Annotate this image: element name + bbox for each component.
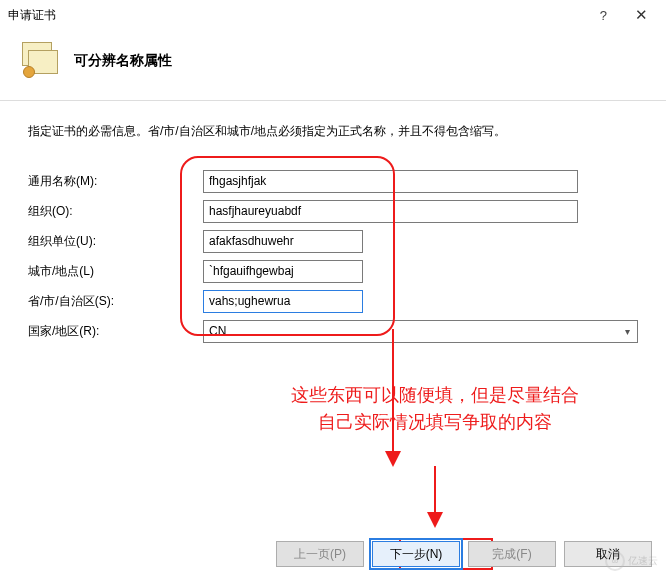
certificate-icon (18, 42, 60, 80)
row-state: 省/市/自治区(S): (28, 286, 638, 316)
label-state: 省/市/自治区(S): (28, 293, 203, 310)
annotation-arrow-to-button (385, 466, 495, 539)
svg-marker-3 (427, 512, 443, 528)
input-organization[interactable] (203, 200, 578, 223)
row-city: 城市/地点(L) (28, 256, 638, 286)
row-org-unit: 组织单位(U): (28, 226, 638, 256)
row-country: 国家/地区(R): ▾ (28, 316, 638, 346)
input-state[interactable] (203, 290, 363, 313)
svg-marker-1 (385, 451, 401, 467)
label-country: 国家/地区(R): (28, 323, 203, 340)
finish-button: 完成(F) (468, 541, 556, 567)
watermark-logo-icon: ∞ (605, 551, 625, 571)
watermark: ∞ 亿速云 (605, 551, 658, 571)
row-organization: 组织(O): (28, 196, 638, 226)
next-button[interactable]: 下一步(N) (372, 541, 460, 567)
page-title: 可分辨名称属性 (74, 52, 172, 70)
label-common-name: 通用名称(M): (28, 173, 203, 190)
titlebar: 申请证书 ? ✕ (0, 0, 666, 30)
label-organization: 组织(O): (28, 203, 203, 220)
instruction-text: 指定证书的必需信息。省/市/自治区和城市/地点必须指定为正式名称，并且不得包含缩… (28, 123, 638, 140)
window-title: 申请证书 (8, 7, 600, 24)
watermark-text: 亿速云 (628, 554, 658, 568)
content-area: 指定证书的必需信息。省/市/自治区和城市/地点必须指定为正式名称，并且不得包含缩… (0, 101, 666, 346)
help-icon[interactable]: ? (600, 8, 607, 23)
close-icon[interactable]: ✕ (635, 6, 648, 24)
label-org-unit: 组织单位(U): (28, 233, 203, 250)
row-common-name: 通用名称(M): (28, 166, 638, 196)
input-common-name[interactable] (203, 170, 578, 193)
button-row: 上一页(P) 下一步(N) 完成(F) 取消 (276, 541, 652, 567)
select-country[interactable] (203, 320, 638, 343)
prev-button: 上一页(P) (276, 541, 364, 567)
annotation-text: 这些东西可以随便填，但是尽量结合自己实际情况填写争取的内容 (290, 382, 580, 436)
input-org-unit[interactable] (203, 230, 363, 253)
input-city[interactable] (203, 260, 363, 283)
dialog-header: 可分辨名称属性 (0, 30, 666, 101)
label-city: 城市/地点(L) (28, 263, 203, 280)
